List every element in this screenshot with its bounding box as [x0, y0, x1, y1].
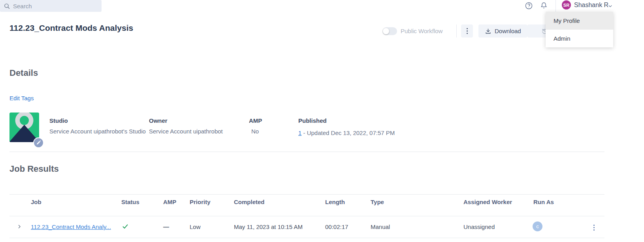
download-button[interactable]: Download	[478, 24, 527, 38]
help-icon[interactable]	[525, 2, 533, 10]
job-results-heading: Job Results	[9, 164, 59, 174]
field-value-amp: No	[251, 128, 259, 135]
col-header-amp: AMP	[163, 199, 176, 205]
search-icon	[4, 3, 10, 9]
details-heading: Details	[9, 68, 38, 78]
user-dropdown-menu: My Profile Admin	[546, 12, 613, 47]
field-value-published: 1 - Updated Dec 13, 2022, 07:57 PM	[298, 129, 395, 136]
col-header-length: Length	[325, 199, 345, 205]
field-value-owner: Service Account uipathrobot	[149, 128, 223, 135]
chevron-down-icon[interactable]	[607, 3, 613, 9]
table-header-divider	[9, 216, 604, 216]
download-label: Download	[495, 28, 521, 34]
amp-cell: —	[163, 223, 169, 230]
table-border-bottom	[9, 238, 604, 238]
priority-cell: Low	[190, 223, 201, 230]
topbar-divider	[555, 0, 556, 12]
col-header-run-as: Run As	[533, 199, 554, 205]
published-updated-text: - Updated Dec 13, 2022, 07:57 PM	[301, 129, 395, 136]
section-divider	[9, 152, 604, 152]
col-header-completed: Completed	[234, 199, 265, 205]
notifications-bell-icon[interactable]	[540, 2, 548, 10]
global-search	[0, 0, 102, 12]
field-label-amp: AMP	[249, 117, 262, 124]
more-actions-button[interactable]	[461, 24, 473, 38]
search-input[interactable]	[13, 3, 92, 9]
row-more-actions-button[interactable]	[590, 223, 597, 231]
user-menu-button[interactable]: Shashank R	[574, 2, 608, 9]
job-name-link[interactable]: 112.23_Contract Mods Analy...	[31, 223, 111, 230]
kebab-icon	[593, 225, 595, 226]
user-avatar[interactable]: SR	[562, 0, 571, 9]
col-header-status: Status	[121, 199, 139, 205]
public-workflow-label: Public Workflow	[401, 28, 443, 34]
menu-item-admin[interactable]: Admin	[546, 30, 613, 47]
col-header-type: Type	[371, 199, 384, 205]
field-label-studio: Studio	[49, 117, 68, 124]
field-value-studio: Service Account uipathrobot's Studio	[49, 128, 146, 135]
run-as-avatar: c	[533, 221, 542, 231]
length-cell: 00:02:17	[325, 223, 348, 230]
toggle-knob	[383, 28, 389, 34]
completed-cell: May 11, 2023 at 10:15 AM	[234, 223, 303, 230]
menu-item-my-profile[interactable]: My Profile	[546, 12, 613, 30]
header-divider	[456, 24, 457, 38]
pencil-icon	[36, 140, 41, 145]
col-header-priority: Priority	[190, 199, 211, 205]
download-icon	[485, 28, 491, 34]
table-border-top	[9, 194, 604, 195]
type-cell: Manual	[371, 223, 390, 230]
status-success-check-icon	[122, 223, 129, 230]
col-header-assigned-worker: Assigned Worker	[463, 199, 512, 205]
public-workflow-toggle[interactable]	[382, 27, 397, 35]
edit-thumbnail-button[interactable]	[33, 137, 44, 148]
page-title: 112.23_Contract Mods Analysis	[9, 23, 133, 33]
app-root: SR Shashank R 112.23_Contract Mods Analy…	[0, 0, 644, 242]
workflow-thumbnail	[9, 113, 39, 142]
edit-tags-link[interactable]: Edit Tags	[9, 95, 34, 101]
kebab-icon	[467, 28, 468, 29]
field-label-published: Published	[298, 117, 327, 124]
assigned-worker-cell: Unassigned	[463, 223, 495, 230]
col-header-job: Job	[31, 199, 41, 205]
field-label-owner: Owner	[149, 117, 168, 124]
row-expand-chevron-icon[interactable]	[16, 223, 23, 230]
